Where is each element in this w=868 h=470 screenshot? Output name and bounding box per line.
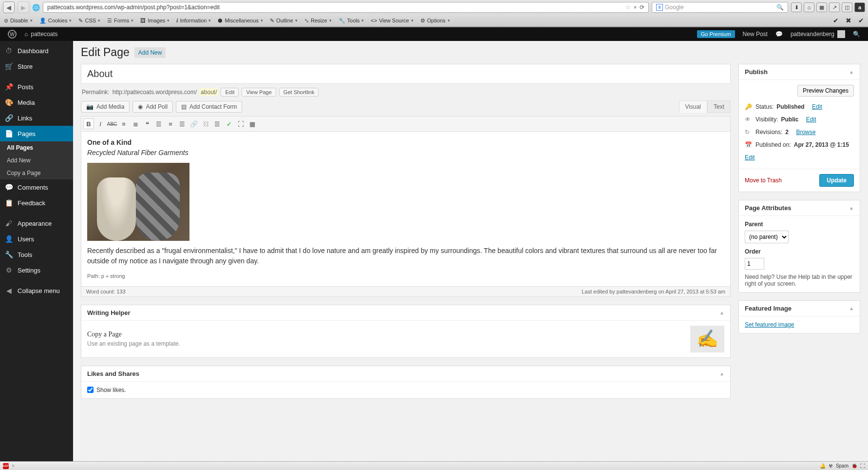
- menu-settings[interactable]: ⚙Settings: [0, 262, 73, 278]
- edit-status-link[interactable]: Edit: [812, 103, 822, 110]
- menu-media[interactable]: 🎨Media: [0, 95, 73, 110]
- dev-misc[interactable]: ⬢Miscellaneous▾: [218, 18, 263, 24]
- dev-forms[interactable]: ☰Forms▾: [107, 18, 133, 24]
- menu-dashboard[interactable]: ⏱Dashboard: [0, 43, 73, 59]
- unlink-button[interactable]: ⛓: [200, 118, 211, 129]
- check-icon[interactable]: ✔: [833, 17, 839, 24]
- close-status-icon[interactable]: ×: [12, 463, 15, 467]
- tab-text[interactable]: Text: [707, 100, 731, 113]
- toggle-icon[interactable]: ▲: [849, 69, 854, 75]
- dev-images[interactable]: 🖼Images▾: [140, 18, 170, 23]
- new-post-button[interactable]: New Post: [739, 27, 772, 41]
- move-to-trash-link[interactable]: Move to Trash: [745, 177, 782, 184]
- edit-visibility-link[interactable]: Edit: [806, 116, 816, 123]
- home-icon[interactable]: ⌂: [804, 2, 814, 12]
- toggle-icon[interactable]: ▲: [719, 371, 724, 376]
- align-right-button[interactable]: ☰: [177, 118, 188, 129]
- search-input[interactable]: g Google 🔍: [652, 2, 788, 13]
- dev-outline[interactable]: ✎Outline▾: [270, 18, 298, 24]
- strike-button[interactable]: ABC: [107, 118, 117, 129]
- menu-pages[interactable]: 📄Pages: [0, 126, 73, 141]
- menu-posts[interactable]: 📌Posts: [0, 79, 73, 95]
- quote-button[interactable]: ❝: [142, 118, 152, 129]
- toggle-icon[interactable]: ▲: [719, 310, 724, 315]
- kitchen-sink-button[interactable]: ▦: [247, 118, 258, 129]
- amazon-icon[interactable]: a: [854, 2, 865, 12]
- show-likes-checkbox[interactable]: Show likes.: [87, 387, 724, 393]
- submenu-all-pages[interactable]: All Pages: [0, 141, 73, 154]
- reload-icon[interactable]: ⟳: [640, 4, 644, 11]
- view-page-button[interactable]: View Page: [242, 88, 276, 97]
- preview-button[interactable]: Preview Changes: [797, 85, 854, 97]
- nav-forward-button[interactable]: ▶: [18, 1, 29, 13]
- dev-disable[interactable]: ⊘Disable▾: [4, 18, 33, 24]
- radiation-icon[interactable]: ☢: [829, 463, 833, 467]
- search-icon[interactable]: 🔍: [776, 4, 784, 11]
- share-icon[interactable]: ↗: [829, 2, 840, 12]
- more-button[interactable]: ☰: [212, 118, 223, 129]
- italic-button[interactable]: I: [95, 118, 106, 129]
- menu-feedback[interactable]: 📋Feedback: [0, 195, 73, 211]
- url-input[interactable]: pattecoats.wordpress.com/wp-admin/post.p…: [43, 2, 649, 13]
- get-shortlink-button[interactable]: Get Shortlink: [279, 88, 319, 97]
- user-menu[interactable]: pattevandenberg: [787, 27, 849, 41]
- ol-button[interactable]: ≣: [130, 118, 141, 129]
- dev-css[interactable]: ✎CSS▾: [78, 18, 100, 24]
- bell-icon[interactable]: 🔔: [820, 463, 826, 467]
- tab-visual[interactable]: Visual: [679, 100, 707, 113]
- menu-collapse[interactable]: ◀Collapse menu: [0, 283, 73, 298]
- dropdown-icon[interactable]: ▾: [634, 4, 637, 11]
- title-input[interactable]: [81, 64, 731, 84]
- link-button[interactable]: 🔗: [189, 118, 199, 129]
- update-button[interactable]: Update: [819, 174, 854, 187]
- toggle-icon[interactable]: ▲: [849, 205, 854, 211]
- ul-button[interactable]: ≡: [118, 118, 129, 129]
- site-link[interactable]: ⌂pattecoats: [20, 27, 62, 41]
- check-icon-2[interactable]: ✔: [858, 17, 864, 24]
- nav-back-button[interactable]: ◀: [3, 1, 15, 13]
- bug-icon[interactable]: 🐞: [851, 463, 857, 467]
- menu-tools[interactable]: 🔧Tools: [0, 247, 73, 262]
- menu-users[interactable]: 👤Users: [0, 231, 73, 247]
- bold-button[interactable]: B: [83, 118, 94, 129]
- add-media-button[interactable]: 📷Add Media: [81, 101, 130, 113]
- dev-view-source[interactable]: <>View Source▾: [371, 18, 413, 23]
- dev-info[interactable]: iInformation▾: [176, 18, 211, 23]
- go-premium-button[interactable]: Go Premium: [693, 27, 739, 41]
- menu-appearance[interactable]: 🖌Appearance: [0, 215, 73, 231]
- add-contact-button[interactable]: ▤Add Contact Form: [176, 101, 242, 113]
- submenu-copy-page[interactable]: Copy a Page: [0, 167, 73, 179]
- editor-content[interactable]: One of a Kind Recycled Natural Fiber Gar…: [81, 132, 731, 287]
- menu-store[interactable]: 🛒Store: [0, 59, 73, 74]
- edit-permalink-button[interactable]: Edit: [221, 88, 239, 97]
- star-icon[interactable]: ☆: [625, 4, 631, 11]
- order-input[interactable]: [745, 258, 764, 270]
- align-left-button[interactable]: ☰: [153, 118, 164, 129]
- abp-icon[interactable]: ABP: [3, 463, 9, 468]
- dev-cookies[interactable]: 👤Cookies▾: [39, 18, 72, 24]
- submenu-add-new[interactable]: Add New: [0, 154, 73, 167]
- parent-select[interactable]: (no parent): [745, 231, 789, 243]
- set-featured-image-link[interactable]: Set featured image: [745, 321, 794, 328]
- wp-logo[interactable]: W: [4, 27, 20, 41]
- menu-comments[interactable]: 💬Comments: [0, 179, 73, 195]
- expand-icon[interactable]: ⛶: [860, 463, 865, 467]
- align-center-button[interactable]: ≡: [165, 118, 176, 129]
- add-poll-button[interactable]: ◉Add Poll: [132, 101, 173, 113]
- dev-resize[interactable]: ⤡Resize▾: [304, 18, 332, 24]
- download-icon[interactable]: ⬇: [791, 2, 802, 12]
- dev-options[interactable]: ⚙Options▾: [420, 18, 450, 24]
- spellcheck-button[interactable]: ✓: [224, 118, 234, 129]
- window-icon[interactable]: ◫: [842, 2, 852, 12]
- edit-date-link[interactable]: Edit: [745, 154, 755, 161]
- copy-page-link[interactable]: Copy a Page: [87, 331, 180, 338]
- dev-tools[interactable]: 🔧Tools▾: [339, 18, 364, 24]
- menu-links[interactable]: 🔗Links: [0, 110, 73, 126]
- add-new-button[interactable]: Add New: [134, 47, 166, 58]
- toggle-icon[interactable]: ▲: [849, 306, 854, 311]
- fullscreen-button[interactable]: ⛶: [235, 118, 246, 129]
- grid-icon[interactable]: ▦: [816, 2, 827, 12]
- notifications-icon[interactable]: 💬: [772, 27, 787, 41]
- search-icon[interactable]: 🔍: [849, 27, 864, 41]
- browse-revisions-link[interactable]: Browse: [796, 129, 815, 136]
